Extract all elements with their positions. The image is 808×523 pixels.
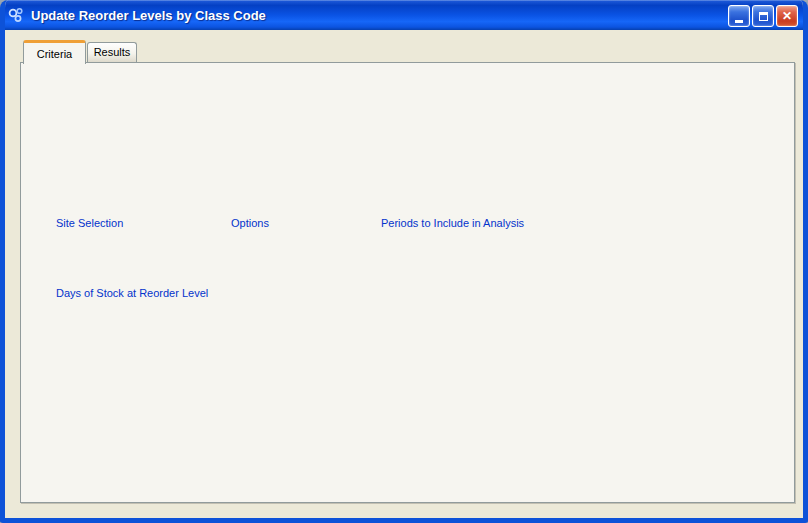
window-title: Update Reorder Levels by Class Code [31,8,266,23]
minimize-button[interactable] [728,5,750,27]
options-title: Options [228,217,272,229]
window-controls: ✕ [728,5,798,27]
site-selection-title: Site Selection [53,217,126,229]
maximize-icon [759,12,768,21]
tab-results[interactable]: Results [87,42,137,62]
minimize-icon [735,20,743,23]
title-bar[interactable]: Update Reorder Levels by Class Code ✕ [0,0,808,30]
days-of-stock-title: Days of Stock at Reorder Level [53,287,211,299]
periods-title: Periods to Include in Analysis [378,217,527,229]
app-icon [8,7,25,24]
close-button[interactable]: ✕ [776,5,798,27]
maximize-button[interactable] [752,5,774,27]
dialog-window: Update Reorder Levels by Class Code ✕ Re… [0,0,808,523]
criteria-tab-page [20,62,795,503]
tab-criteria[interactable]: Criteria [23,40,86,64]
close-icon: ✕ [782,9,792,23]
